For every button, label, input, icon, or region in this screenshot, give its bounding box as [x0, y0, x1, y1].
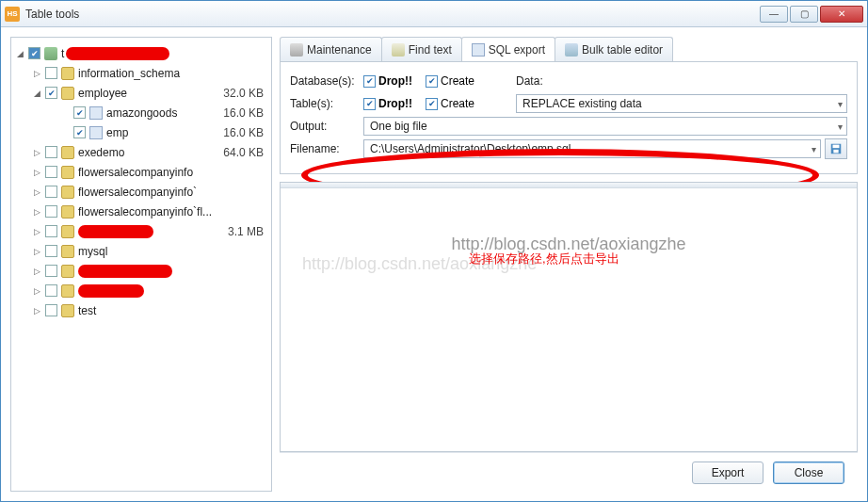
tbl-create-checkbox[interactable]	[426, 98, 438, 110]
item-checkbox[interactable]	[45, 304, 57, 316]
expand-icon[interactable]: ▷	[32, 306, 41, 316]
output-area: http://blog.csdn.net/aoxiangzhe http://b…	[280, 182, 858, 452]
expand-icon[interactable]: ▷	[32, 187, 41, 197]
save-file-button[interactable]	[825, 138, 847, 159]
item-label: information_schema	[78, 67, 180, 80]
tab-bulk-editor[interactable]: Bulk table editor	[555, 37, 673, 61]
db-drop-checkbox[interactable]	[363, 75, 376, 88]
sql-icon	[472, 43, 485, 57]
expand-icon[interactable]: ▷	[32, 168, 41, 177]
tree-item[interactable]: ▷information_schema	[15, 63, 267, 83]
tree-item[interactable]: ▷flowersalecompanyinfo	[15, 162, 267, 182]
expand-icon[interactable]: ▷	[32, 247, 41, 256]
filename-input[interactable]: C:\Users\Administrator\Desktop\emp.sql	[363, 139, 821, 158]
close-window-button[interactable]: ✕	[820, 6, 863, 23]
redaction	[78, 225, 153, 238]
output-select[interactable]: One big file	[363, 117, 847, 136]
item-checkbox[interactable]	[45, 166, 57, 178]
app-icon: HS	[5, 7, 20, 22]
item-size: 32.0 KB	[223, 87, 267, 100]
tree-item[interactable]: amazongoods16.0 KB	[15, 103, 267, 122]
collapse-icon[interactable]: ◢	[15, 49, 24, 58]
item-checkbox[interactable]	[45, 225, 57, 237]
maximize-button[interactable]: ▢	[790, 6, 818, 23]
floppy-icon	[829, 142, 843, 155]
item-checkbox[interactable]	[45, 67, 57, 79]
tree-item[interactable]: ▷flowersalecompanyinfo`fl...	[15, 202, 267, 221]
tree-item[interactable]: ◢employee32.0 KB	[15, 83, 267, 103]
tables-label: Table(s):	[290, 97, 363, 110]
expand-icon[interactable]: ▷	[32, 207, 41, 217]
expand-icon[interactable]: ▷	[32, 148, 41, 157]
item-checkbox[interactable]	[73, 106, 86, 119]
expand-icon[interactable]: ▷	[32, 69, 41, 78]
svg-rect-2	[833, 150, 838, 154]
tree-item[interactable]: ▷flowersalecompanyinfo`	[15, 182, 267, 202]
item-checkbox[interactable]	[73, 126, 86, 138]
tree-item[interactable]: ▷3.1 MB	[15, 221, 267, 241]
data-mode-select[interactable]: REPLACE existing data	[516, 94, 847, 113]
expand-icon[interactable]: ▷	[32, 227, 41, 236]
output-toolbar	[281, 183, 857, 188]
tree-item[interactable]: emp16.0 KB	[15, 122, 267, 142]
table-icon	[89, 106, 103, 120]
item-checkbox[interactable]	[45, 284, 57, 297]
item-checkbox[interactable]	[45, 205, 57, 218]
database-icon	[61, 146, 74, 159]
tab-bar: Maintenance Find text SQL export Bulk ta…	[280, 37, 858, 62]
item-size: 64.0 KB	[223, 146, 267, 159]
tree-item[interactable]: ▷test	[15, 300, 267, 320]
tab-sql-export[interactable]: SQL export	[461, 37, 555, 61]
item-label: mysql	[78, 245, 107, 258]
window-title: Table tools	[25, 8, 760, 21]
svg-rect-1	[833, 145, 840, 149]
tab-maintenance[interactable]: Maintenance	[280, 37, 382, 61]
tree-item[interactable]: ▷mysql	[15, 241, 267, 261]
item-label: amazongoods	[106, 106, 177, 120]
item-label: test	[78, 304, 96, 317]
item-checkbox[interactable]	[45, 87, 57, 99]
content-area: ◢ t ▷information_schema◢employee32.0 KBa…	[1, 27, 867, 501]
database-icon	[61, 245, 74, 258]
item-checkbox[interactable]	[45, 245, 57, 257]
redaction	[78, 284, 144, 298]
server-label: t	[61, 47, 64, 60]
minimize-button[interactable]: —	[760, 6, 788, 23]
expand-icon[interactable]: ▷	[32, 286, 41, 296]
database-icon	[61, 67, 74, 80]
tree-item[interactable]: ▷	[15, 261, 267, 281]
item-size: 16.0 KB	[223, 126, 267, 139]
right-pane: Maintenance Find text SQL export Bulk ta…	[280, 37, 858, 492]
tree-item[interactable]: ▷	[15, 281, 267, 300]
expand-icon[interactable]: ▷	[32, 267, 41, 276]
item-label: flowersalecompanyinfo`	[78, 186, 197, 199]
item-checkbox[interactable]	[45, 146, 57, 158]
item-label: emp	[106, 126, 128, 139]
server-icon	[44, 47, 57, 60]
filename-label: Filename:	[290, 142, 363, 155]
tree-item[interactable]: ▷exedemo64.0 KB	[15, 142, 267, 162]
export-button[interactable]: Export	[692, 462, 764, 484]
database-icon	[61, 265, 74, 278]
database-icon	[61, 304, 74, 317]
tab-find-text[interactable]: Find text	[381, 37, 462, 61]
find-icon	[392, 43, 405, 57]
tree-pane[interactable]: ◢ t ▷information_schema◢employee32.0 KBa…	[10, 37, 272, 492]
expand-icon[interactable]: ◢	[32, 89, 41, 98]
databases-label: Database(s):	[290, 74, 363, 88]
item-label: flowersalecompanyinfo`fl...	[78, 205, 212, 219]
output-label: Output:	[290, 120, 363, 133]
close-button[interactable]: Close	[773, 462, 844, 484]
wrench-icon	[290, 43, 303, 57]
database-icon	[61, 205, 74, 219]
item-checkbox[interactable]	[45, 186, 57, 198]
item-size: 16.0 KB	[223, 106, 267, 120]
item-checkbox[interactable]	[45, 265, 57, 277]
server-checkbox[interactable]	[28, 47, 40, 59]
db-create-checkbox[interactable]	[426, 75, 438, 88]
item-label: employee	[78, 87, 127, 100]
tbl-drop-checkbox[interactable]	[363, 98, 376, 110]
data-label: Data:	[516, 74, 554, 88]
table-icon	[89, 126, 103, 139]
dialog-footer: Export Close	[280, 452, 858, 492]
